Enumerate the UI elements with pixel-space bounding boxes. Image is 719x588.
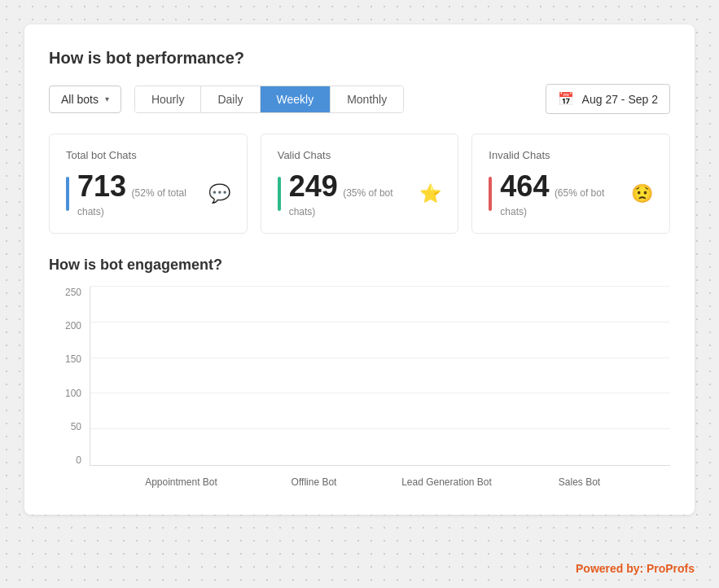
engagement-title: How is bot engagement? <box>49 257 670 274</box>
y-label-250: 250 <box>57 287 86 298</box>
stat-bar-invalid <box>489 177 492 211</box>
page-title: How is bot performance? <box>49 49 670 68</box>
y-label-0: 0 <box>57 454 86 466</box>
time-period-tabs: Hourly Daily Weekly Monthly <box>134 86 404 113</box>
y-label-150: 150 <box>57 353 86 365</box>
date-range-picker[interactable]: 📅 Aug 27 - Sep 2 <box>546 84 670 114</box>
y-label-100: 100 <box>57 388 86 399</box>
stat-label-invalid: Invalid Chats <box>489 149 653 161</box>
stats-row: Total bot Chats 713 (52% of total chats)… <box>49 134 670 234</box>
tab-monthly[interactable]: Monthly <box>331 86 403 112</box>
powered-by: Powered by: ProProfs <box>576 562 695 575</box>
stat-label-total: Total bot Chats <box>66 149 230 161</box>
powered-by-label: Powered by: <box>576 562 643 575</box>
stat-bar-total <box>66 177 69 211</box>
chart-plot-area: Appointment Bot Offline Bot Lead Generat… <box>90 287 670 466</box>
tab-weekly[interactable]: Weekly <box>261 86 331 112</box>
stat-bar-valid <box>278 177 281 211</box>
sad-icon: 😟 <box>631 183 653 204</box>
star-icon: ⭐ <box>419 183 441 204</box>
stat-total-bot-chats: Total bot Chats 713 (52% of total chats)… <box>49 134 248 234</box>
tab-hourly[interactable]: Hourly <box>135 86 201 112</box>
engagement-chart: 0 50 100 150 200 250 Appointment Bot <box>57 287 670 490</box>
y-label-50: 50 <box>57 421 86 432</box>
stat-invalid-chats: Invalid Chats 464 (65% of bot chats) 😟 <box>471 134 670 234</box>
main-card: How is bot performance? All bots ▾ Hourl… <box>24 24 695 515</box>
bar-label-offline: Offline Bot <box>292 476 337 488</box>
bars-area: Appointment Bot Offline Bot Lead Generat… <box>90 287 670 465</box>
date-range-label: Aug 27 - Sep 2 <box>582 93 658 106</box>
bar-label-sales: Sales Bot <box>559 476 600 488</box>
calendar-icon: 📅 <box>558 91 574 107</box>
y-label-200: 200 <box>57 320 86 331</box>
proprofs-brand: ProProfs <box>647 562 695 575</box>
filter-bar: All bots ▾ Hourly Daily Weekly Monthly 📅… <box>49 84 670 114</box>
stat-label-valid: Valid Chats <box>278 149 442 161</box>
bot-dropdown-label: All bots <box>61 93 99 106</box>
chevron-down-icon: ▾ <box>105 94 109 103</box>
y-axis-labels: 0 50 100 150 200 250 <box>57 287 86 466</box>
stat-number-valid: 249 (35% of bot chats) <box>289 169 412 218</box>
stat-number-total: 713 (52% of total chats) <box>77 169 200 218</box>
chat-icon: 💬 <box>208 183 230 204</box>
stat-valid-chats: Valid Chats 249 (35% of bot chats) ⭐ <box>261 134 459 234</box>
tab-daily[interactable]: Daily <box>201 86 260 112</box>
bar-label-appointment: Appointment Bot <box>145 476 217 488</box>
bar-label-leadgen: Lead Generation Bot <box>401 476 492 488</box>
stat-number-invalid: 464 (65% of bot chats) <box>500 169 623 218</box>
bot-dropdown[interactable]: All bots ▾ <box>49 86 121 113</box>
